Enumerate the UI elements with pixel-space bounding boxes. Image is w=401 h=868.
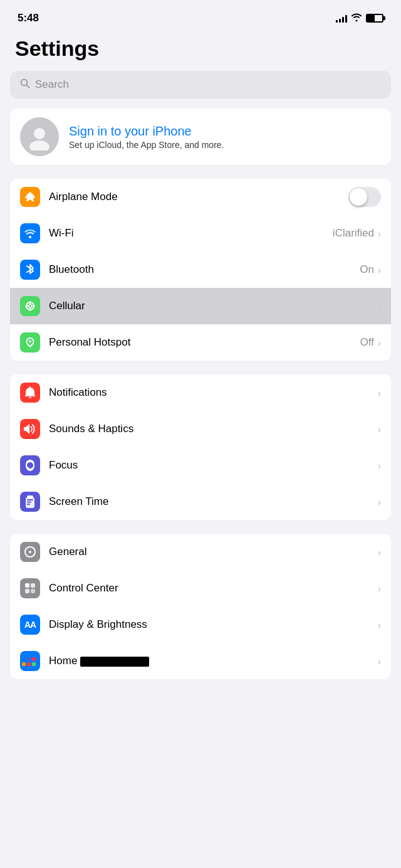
focus-label: Focus (49, 459, 378, 472)
svg-point-2 (34, 128, 45, 139)
svg-point-16 (29, 551, 31, 553)
wifi-value: iClarified (333, 227, 374, 240)
profile-row[interactable]: Sign in to your iPhone Set up iCloud, th… (10, 109, 391, 165)
airplane-mode-row[interactable]: Airplane Mode (10, 179, 391, 215)
profile-text: Sign in to your iPhone Set up iCloud, th… (69, 124, 381, 150)
wifi-label: Wi-Fi (49, 227, 333, 240)
home-screen-icon (20, 651, 40, 671)
svg-rect-15 (27, 504, 30, 505)
svg-line-1 (27, 85, 30, 88)
page-title: Settings (0, 31, 401, 71)
sounds-chevron: › (378, 424, 381, 435)
personal-hotspot-value: Off (360, 336, 374, 349)
display-brightness-label: Display & Brightness (49, 618, 378, 631)
screen-time-row[interactable]: Screen Time › (10, 484, 391, 520)
display-brightness-row[interactable]: AA Display & Brightness › (10, 606, 391, 643)
home-screen-row[interactable]: Home › (10, 643, 391, 679)
home-screen-chevron: › (378, 656, 381, 667)
personal-hotspot-chevron: › (378, 337, 381, 348)
svg-rect-22 (27, 662, 31, 666)
svg-rect-17 (25, 583, 29, 588)
bluetooth-chevron: › (378, 265, 381, 275)
notifications-chevron: › (378, 388, 381, 398)
status-bar: 5:48 (0, 0, 401, 31)
cellular-chevron: › (378, 301, 381, 312)
status-time: 5:48 (18, 12, 39, 24)
battery-icon (366, 14, 383, 23)
svg-rect-13 (27, 499, 33, 500)
personal-hotspot-icon (20, 332, 40, 352)
avatar (20, 117, 59, 156)
general-row[interactable]: General › (10, 534, 391, 570)
search-icon (20, 78, 30, 91)
general-icon (20, 542, 40, 562)
svg-rect-23 (32, 662, 36, 666)
search-bar[interactable]: Search (10, 71, 391, 98)
search-input-placeholder: Search (35, 78, 69, 91)
wifi-chevron: › (378, 228, 381, 239)
cellular-label: Cellular (49, 300, 378, 312)
focus-icon (20, 455, 40, 475)
wifi-row[interactable]: Wi-Fi iClarified › (10, 215, 391, 251)
notifications-icon (20, 383, 40, 403)
home-screen-label: Home (49, 655, 378, 667)
sounds-row[interactable]: Sounds & Haptics › (10, 411, 391, 447)
search-container: Search (0, 71, 401, 109)
bluetooth-value: On (360, 263, 374, 276)
general-chevron: › (378, 547, 381, 558)
focus-chevron: › (378, 460, 381, 471)
svg-rect-24 (22, 657, 26, 661)
focus-row[interactable]: Focus › (10, 447, 391, 484)
svg-rect-19 (25, 589, 29, 593)
section-notifications: Notifications › Sounds & Haptics › Focus… (10, 374, 391, 520)
cellular-row[interactable]: Cellular › (10, 288, 391, 324)
svg-rect-14 (27, 502, 31, 503)
general-label: General (49, 546, 378, 558)
display-brightness-chevron: › (378, 620, 381, 630)
section-connectivity: Airplane Mode Wi-Fi iClarified › Bluetoo… (10, 179, 391, 361)
redacted-text (80, 657, 149, 667)
airplane-mode-icon (20, 187, 40, 207)
svg-rect-21 (22, 662, 26, 666)
svg-rect-26 (32, 657, 36, 661)
notifications-row[interactable]: Notifications › (10, 374, 391, 411)
svg-point-10 (29, 341, 31, 343)
wifi-status-icon (351, 13, 362, 24)
wifi-icon (20, 223, 40, 243)
svg-point-5 (29, 305, 32, 308)
display-brightness-icon: AA (20, 615, 40, 635)
sounds-label: Sounds & Haptics (49, 423, 378, 435)
sounds-icon (20, 419, 40, 439)
svg-rect-20 (31, 589, 35, 593)
control-center-chevron: › (378, 583, 381, 594)
airplane-mode-toggle[interactable] (348, 187, 381, 207)
bluetooth-label: Bluetooth (49, 263, 360, 276)
notifications-label: Notifications (49, 386, 378, 399)
bluetooth-icon (20, 260, 40, 280)
screen-time-chevron: › (378, 497, 381, 507)
svg-point-3 (29, 140, 49, 151)
personal-hotspot-row[interactable]: Personal Hotspot Off › (10, 324, 391, 361)
screen-time-icon (20, 492, 40, 512)
section-general: General › Control Center › AA Display & … (10, 534, 391, 679)
control-center-label: Control Center (49, 582, 378, 595)
screen-time-label: Screen Time (49, 495, 378, 508)
cellular-icon (20, 296, 40, 316)
control-center-icon (20, 578, 40, 598)
bluetooth-row[interactable]: Bluetooth On › (10, 251, 391, 288)
profile-subtitle: Set up iCloud, the App Store, and more. (69, 140, 381, 150)
control-center-row[interactable]: Control Center › (10, 570, 391, 606)
personal-hotspot-label: Personal Hotspot (49, 336, 360, 349)
svg-rect-18 (31, 583, 35, 588)
status-icons (336, 13, 383, 24)
signal-bars-icon (336, 14, 347, 23)
sign-in-label: Sign in to your iPhone (69, 124, 381, 139)
airplane-mode-label: Airplane Mode (49, 191, 348, 203)
svg-rect-25 (27, 657, 31, 661)
